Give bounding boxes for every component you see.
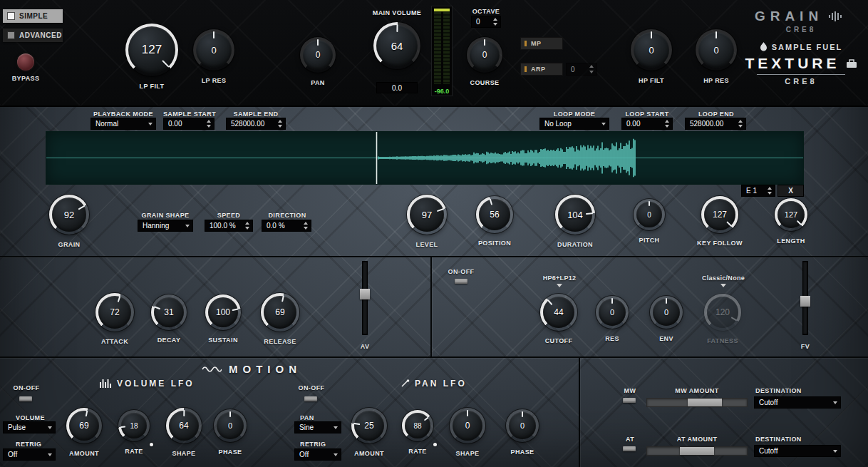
filter-type-select[interactable]: HP6+LP12	[531, 274, 588, 287]
volume-lfo-amount-knob[interactable]: 69AMOUNT	[66, 408, 102, 443]
arp-button[interactable]: ARP	[521, 63, 562, 75]
cutoff-knob[interactable]: 44CUTOFF	[540, 294, 577, 331]
mw-destination-select[interactable]: Cutoff	[755, 397, 840, 408]
filter-mode-select[interactable]: Classic/None	[695, 274, 752, 287]
volume-lfo-wave-value: Pulse	[8, 424, 26, 431]
course-knob[interactable]: 0COURSE	[467, 37, 502, 73]
knob-tick	[715, 31, 717, 39]
pan-lfo-onoff-toggle[interactable]	[304, 396, 317, 401]
decay-knob[interactable]: 31DECAY	[151, 294, 187, 330]
pan-lfo-phase-knob[interactable]: 0PHASE	[506, 409, 539, 442]
knob-value: 0	[713, 45, 718, 56]
volume-lfo-title: VOLUME LFO	[100, 379, 195, 389]
amp-volume-slider[interactable]	[360, 262, 370, 334]
mw-amount-slider[interactable]	[647, 399, 747, 406]
level-knob[interactable]: 97LEVEL	[407, 195, 447, 235]
knob-label: GRAIN	[31, 241, 108, 248]
env-amount-knob[interactable]: 0ENV	[650, 296, 683, 329]
knob-value: 0	[647, 211, 651, 219]
pan-lfo-shape-knob[interactable]: 0SHAPE	[450, 408, 485, 443]
logo-divider	[757, 74, 845, 75]
knob-face: 31	[154, 297, 184, 327]
key-follow-knob[interactable]: 127KEY FOLLOW	[701, 196, 738, 233]
res-knob[interactable]: 0RES	[596, 296, 629, 329]
bypass-button[interactable]	[17, 53, 34, 71]
loop-start-stepper[interactable]: 0.00	[622, 118, 672, 129]
knob-value: 127	[713, 210, 727, 220]
slider-handle[interactable]	[800, 296, 810, 307]
lp-res-knob[interactable]: 0LP RES	[193, 29, 234, 71]
volume-lfo-rate-knob[interactable]: 18RATE	[118, 410, 150, 441]
position-knob[interactable]: 56POSITION	[476, 196, 513, 233]
loop-end-label: LOOP END	[684, 111, 748, 118]
pan-lfo-amount-knob[interactable]: 25AMOUNT	[351, 408, 387, 443]
volume-lfo-phase-knob[interactable]: 0PHASE	[214, 409, 247, 442]
attack-knob[interactable]: 72ATTACK	[95, 293, 134, 332]
fatness-knob[interactable]: 120FATNESS	[704, 294, 741, 331]
speed-stepper[interactable]: 100.0 %	[205, 220, 252, 231]
waveform-display[interactable]	[46, 132, 803, 184]
slider-handle[interactable]	[360, 289, 370, 299]
sample-end-value: 528000.00	[231, 120, 264, 128]
duration-knob[interactable]: 104DURATION	[555, 195, 595, 235]
advanced-page-icon	[7, 31, 15, 39]
knob-value: 69	[79, 421, 88, 431]
edit-group-value: E 1	[746, 187, 757, 195]
pan-knob[interactable]: 0PAN	[300, 37, 336, 73]
slider-handle[interactable]	[688, 399, 722, 406]
main-volume-label: MAIN VOLUME	[365, 9, 429, 17]
knob-face: 72	[98, 296, 131, 329]
grain-shape-select[interactable]: Hanning	[138, 220, 192, 231]
sustain-knob[interactable]: 100SUSTAIN	[205, 294, 241, 330]
knob-label: LEVEL	[388, 241, 465, 248]
direction-stepper[interactable]: 0.0 %	[262, 220, 311, 231]
lp-filt-knob[interactable]: 127LP FILT	[125, 24, 178, 76]
loop-start-label: LOOP START	[619, 111, 676, 118]
knob-value: 0	[465, 421, 470, 431]
volume-lfo-onoff-toggle[interactable]	[19, 396, 32, 401]
sample-start-value: 0.00	[168, 120, 182, 128]
arp-stepper[interactable]: 0	[567, 63, 596, 75]
knob-value: 0	[520, 421, 525, 430]
mw-toggle[interactable]	[623, 398, 636, 403]
at-toggle[interactable]	[623, 446, 636, 451]
main-volume-knob[interactable]: 64	[373, 22, 420, 69]
filter-volume-slider[interactable]	[800, 262, 810, 334]
tab-advanced-label: ADVANCED	[19, 31, 62, 39]
length-knob[interactable]: 127LENGTH	[775, 198, 807, 231]
knob-value: 0	[211, 45, 216, 56]
sample-start-stepper[interactable]: 0.00	[164, 118, 214, 129]
playback-mode-label: PLAYBACK MODE	[88, 111, 159, 118]
pitch-knob[interactable]: 0PITCH	[634, 199, 665, 230]
pan-lfo-wave-select[interactable]: Sine	[295, 422, 341, 433]
tab-advanced[interactable]: ADVANCED	[3, 29, 63, 42]
sample-end-stepper[interactable]: 528000.00	[227, 118, 285, 129]
speed-label: SPEED	[205, 212, 252, 220]
hp-filt-knob[interactable]: 0HP FILT	[631, 29, 672, 71]
tab-simple[interactable]: SIMPLE	[3, 9, 63, 23]
knob-value: 31	[164, 307, 173, 317]
pan-lfo-rate-knob[interactable]: 88RATE	[402, 410, 433, 441]
loop-end-stepper[interactable]: 528000.00	[686, 118, 745, 129]
knob-tick	[229, 411, 231, 417]
grain-logo: GRAIN	[740, 9, 862, 24]
mp-button[interactable]: MP	[521, 38, 562, 49]
volume-lfo-wave-label: VOLUME	[16, 414, 58, 422]
chevron-down-icon	[48, 426, 52, 429]
playback-mode-select[interactable]: Normal	[91, 118, 155, 129]
close-edit-button[interactable]: X	[778, 185, 803, 196]
grain-shape-label: GRAIN SHAPE	[135, 212, 195, 220]
volume-lfo-shape-knob[interactable]: 64SHAPE	[166, 408, 202, 443]
filter-onoff-toggle[interactable]	[455, 279, 467, 284]
at-amount-slider[interactable]	[647, 447, 747, 455]
octave-stepper[interactable]: 0	[472, 16, 500, 27]
volume-lfo-wave-select[interactable]: Pulse	[4, 422, 55, 433]
release-knob[interactable]: 69RELEASE	[261, 293, 299, 332]
loop-mode-select[interactable]: No Loop	[540, 118, 609, 129]
grain-knob[interactable]: 92GRAIN	[49, 195, 89, 235]
hp-res-knob[interactable]: 0HP RES	[696, 29, 737, 71]
at-destination-select[interactable]: Cutoff	[755, 446, 840, 456]
slider-handle[interactable]	[680, 447, 714, 455]
edit-group-stepper[interactable]: E 1	[742, 185, 775, 196]
loop-mode-label: LOOP MODE	[542, 111, 607, 118]
